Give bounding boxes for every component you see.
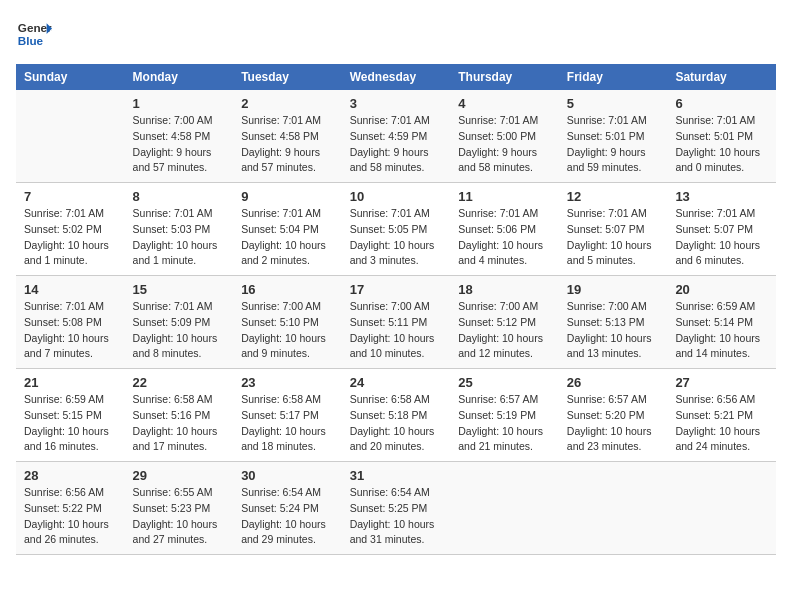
day-number: 26 [567,375,660,390]
day-number: 28 [24,468,117,483]
day-number: 7 [24,189,117,204]
logo: General Blue [16,16,52,52]
day-number: 20 [675,282,768,297]
calendar-cell: 4Sunrise: 7:01 AMSunset: 5:00 PMDaylight… [450,90,559,183]
calendar-cell: 5Sunrise: 7:01 AMSunset: 5:01 PMDaylight… [559,90,668,183]
calendar-cell: 23Sunrise: 6:58 AMSunset: 5:17 PMDayligh… [233,369,342,462]
day-info: Sunrise: 7:01 AMSunset: 5:06 PMDaylight:… [458,206,551,269]
day-info: Sunrise: 7:00 AMSunset: 5:10 PMDaylight:… [241,299,334,362]
day-info: Sunrise: 6:56 AMSunset: 5:21 PMDaylight:… [675,392,768,455]
day-info: Sunrise: 7:01 AMSunset: 5:04 PMDaylight:… [241,206,334,269]
day-number: 31 [350,468,443,483]
day-info: Sunrise: 7:01 AMSunset: 4:58 PMDaylight:… [241,113,334,176]
day-info: Sunrise: 6:58 AMSunset: 5:18 PMDaylight:… [350,392,443,455]
day-number: 2 [241,96,334,111]
day-number: 6 [675,96,768,111]
day-number: 5 [567,96,660,111]
calendar-cell: 6Sunrise: 7:01 AMSunset: 5:01 PMDaylight… [667,90,776,183]
calendar-table: SundayMondayTuesdayWednesdayThursdayFrid… [16,64,776,555]
calendar-cell: 3Sunrise: 7:01 AMSunset: 4:59 PMDaylight… [342,90,451,183]
day-number: 3 [350,96,443,111]
calendar-cell: 29Sunrise: 6:55 AMSunset: 5:23 PMDayligh… [125,462,234,555]
calendar-cell: 11Sunrise: 7:01 AMSunset: 5:06 PMDayligh… [450,183,559,276]
day-number: 1 [133,96,226,111]
day-number: 25 [458,375,551,390]
day-number: 21 [24,375,117,390]
day-number: 30 [241,468,334,483]
col-header-saturday: Saturday [667,64,776,90]
calendar-cell [667,462,776,555]
day-info: Sunrise: 6:58 AMSunset: 5:16 PMDaylight:… [133,392,226,455]
day-number: 9 [241,189,334,204]
calendar-cell: 14Sunrise: 7:01 AMSunset: 5:08 PMDayligh… [16,276,125,369]
calendar-cell: 21Sunrise: 6:59 AMSunset: 5:15 PMDayligh… [16,369,125,462]
calendar-cell: 17Sunrise: 7:00 AMSunset: 5:11 PMDayligh… [342,276,451,369]
col-header-wednesday: Wednesday [342,64,451,90]
calendar-cell: 25Sunrise: 6:57 AMSunset: 5:19 PMDayligh… [450,369,559,462]
calendar-cell [450,462,559,555]
day-info: Sunrise: 7:01 AMSunset: 5:02 PMDaylight:… [24,206,117,269]
calendar-cell: 10Sunrise: 7:01 AMSunset: 5:05 PMDayligh… [342,183,451,276]
day-number: 14 [24,282,117,297]
calendar-cell: 8Sunrise: 7:01 AMSunset: 5:03 PMDaylight… [125,183,234,276]
day-info: Sunrise: 7:01 AMSunset: 5:03 PMDaylight:… [133,206,226,269]
col-header-thursday: Thursday [450,64,559,90]
calendar-cell: 2Sunrise: 7:01 AMSunset: 4:58 PMDaylight… [233,90,342,183]
col-header-sunday: Sunday [16,64,125,90]
day-number: 23 [241,375,334,390]
day-info: Sunrise: 7:01 AMSunset: 4:59 PMDaylight:… [350,113,443,176]
calendar-cell: 1Sunrise: 7:00 AMSunset: 4:58 PMDaylight… [125,90,234,183]
day-number: 12 [567,189,660,204]
page-header: General Blue [16,16,776,52]
day-info: Sunrise: 7:01 AMSunset: 5:09 PMDaylight:… [133,299,226,362]
calendar-header-row: SundayMondayTuesdayWednesdayThursdayFrid… [16,64,776,90]
col-header-monday: Monday [125,64,234,90]
day-info: Sunrise: 6:57 AMSunset: 5:20 PMDaylight:… [567,392,660,455]
day-info: Sunrise: 7:01 AMSunset: 5:08 PMDaylight:… [24,299,117,362]
calendar-cell: 7Sunrise: 7:01 AMSunset: 5:02 PMDaylight… [16,183,125,276]
calendar-cell: 15Sunrise: 7:01 AMSunset: 5:09 PMDayligh… [125,276,234,369]
day-info: Sunrise: 6:55 AMSunset: 5:23 PMDaylight:… [133,485,226,548]
day-info: Sunrise: 7:00 AMSunset: 5:13 PMDaylight:… [567,299,660,362]
calendar-cell: 20Sunrise: 6:59 AMSunset: 5:14 PMDayligh… [667,276,776,369]
calendar-cell: 30Sunrise: 6:54 AMSunset: 5:24 PMDayligh… [233,462,342,555]
day-info: Sunrise: 7:01 AMSunset: 5:07 PMDaylight:… [567,206,660,269]
day-number: 22 [133,375,226,390]
day-info: Sunrise: 7:01 AMSunset: 5:01 PMDaylight:… [567,113,660,176]
day-number: 11 [458,189,551,204]
calendar-cell: 31Sunrise: 6:54 AMSunset: 5:25 PMDayligh… [342,462,451,555]
calendar-week-row: 28Sunrise: 6:56 AMSunset: 5:22 PMDayligh… [16,462,776,555]
calendar-cell: 24Sunrise: 6:58 AMSunset: 5:18 PMDayligh… [342,369,451,462]
calendar-cell: 12Sunrise: 7:01 AMSunset: 5:07 PMDayligh… [559,183,668,276]
day-info: Sunrise: 6:57 AMSunset: 5:19 PMDaylight:… [458,392,551,455]
day-number: 18 [458,282,551,297]
day-number: 27 [675,375,768,390]
svg-text:Blue: Blue [18,34,44,47]
calendar-week-row: 1Sunrise: 7:00 AMSunset: 4:58 PMDaylight… [16,90,776,183]
calendar-week-row: 14Sunrise: 7:01 AMSunset: 5:08 PMDayligh… [16,276,776,369]
day-info: Sunrise: 7:01 AMSunset: 5:00 PMDaylight:… [458,113,551,176]
day-info: Sunrise: 7:00 AMSunset: 5:11 PMDaylight:… [350,299,443,362]
calendar-cell: 28Sunrise: 6:56 AMSunset: 5:22 PMDayligh… [16,462,125,555]
col-header-friday: Friday [559,64,668,90]
day-number: 4 [458,96,551,111]
calendar-cell: 9Sunrise: 7:01 AMSunset: 5:04 PMDaylight… [233,183,342,276]
day-number: 8 [133,189,226,204]
calendar-cell: 13Sunrise: 7:01 AMSunset: 5:07 PMDayligh… [667,183,776,276]
day-info: Sunrise: 6:59 AMSunset: 5:15 PMDaylight:… [24,392,117,455]
day-info: Sunrise: 7:01 AMSunset: 5:05 PMDaylight:… [350,206,443,269]
day-info: Sunrise: 6:59 AMSunset: 5:14 PMDaylight:… [675,299,768,362]
calendar-week-row: 7Sunrise: 7:01 AMSunset: 5:02 PMDaylight… [16,183,776,276]
day-info: Sunrise: 7:00 AMSunset: 5:12 PMDaylight:… [458,299,551,362]
day-number: 19 [567,282,660,297]
day-number: 10 [350,189,443,204]
day-number: 16 [241,282,334,297]
calendar-cell: 22Sunrise: 6:58 AMSunset: 5:16 PMDayligh… [125,369,234,462]
day-number: 15 [133,282,226,297]
calendar-cell: 16Sunrise: 7:00 AMSunset: 5:10 PMDayligh… [233,276,342,369]
calendar-cell: 26Sunrise: 6:57 AMSunset: 5:20 PMDayligh… [559,369,668,462]
day-info: Sunrise: 7:01 AMSunset: 5:01 PMDaylight:… [675,113,768,176]
logo-icon: General Blue [16,16,52,52]
day-info: Sunrise: 7:01 AMSunset: 5:07 PMDaylight:… [675,206,768,269]
day-info: Sunrise: 6:54 AMSunset: 5:25 PMDaylight:… [350,485,443,548]
